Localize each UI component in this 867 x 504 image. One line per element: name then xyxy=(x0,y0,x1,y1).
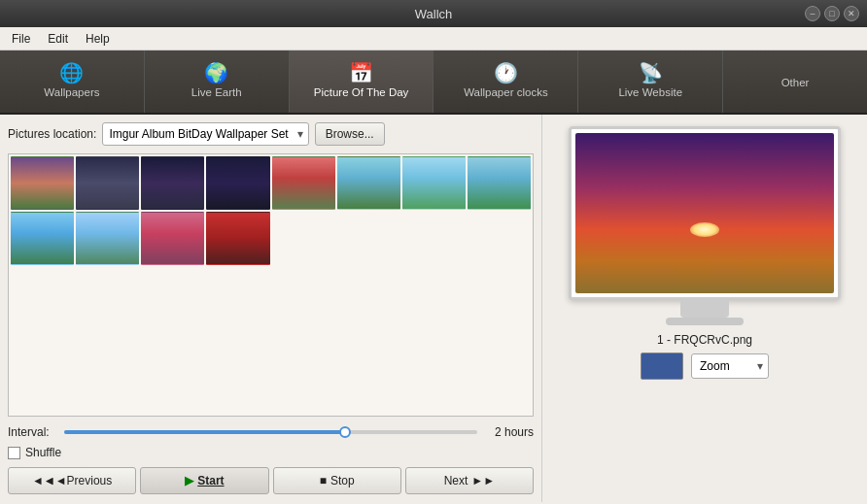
preview-controls: Zoom xyxy=(641,353,769,380)
tab-wallpaper-clocks[interactable]: 🕐 Wallpaper clocks xyxy=(434,50,578,113)
tab-wallpapers-label: Wallpapers xyxy=(44,86,99,100)
left-panel: Pictures location: Imgur Album BitDay Wa… xyxy=(0,115,542,502)
start-icon: ▶ xyxy=(185,474,193,487)
previous-button[interactable]: ◄◄ ◄◄Previous xyxy=(8,467,136,494)
menu-edit[interactable]: Edit xyxy=(40,30,76,48)
close-button[interactable]: ✕ xyxy=(844,6,859,21)
interval-slider[interactable] xyxy=(64,430,477,434)
tab-other-label: Other xyxy=(781,77,810,90)
thumbnail-9[interactable] xyxy=(11,212,74,265)
location-dropdown-value: Imgur Album BitDay Wallpaper Set xyxy=(109,127,288,141)
thumbnail-2[interactable] xyxy=(76,156,139,210)
menubar: File Edit Help xyxy=(0,27,867,50)
thumbnail-11[interactable] xyxy=(141,212,204,265)
titlebar-controls[interactable]: – □ ✕ xyxy=(805,6,859,21)
shuffle-checkbox[interactable] xyxy=(8,447,20,459)
monitor-base xyxy=(666,318,744,325)
shuffle-row: Shuffle xyxy=(8,446,534,459)
tab-picture-of-the-day[interactable]: 📅 Picture Of The Day xyxy=(290,50,434,113)
live-website-icon: 📡 xyxy=(639,63,663,83)
thumbnail-grid xyxy=(8,153,534,417)
thumbnail-8[interactable] xyxy=(468,156,531,210)
control-buttons: ◄◄ ◄◄Previous ▶ Start ■ Stop Next ►► xyxy=(8,467,534,494)
minimize-button[interactable]: – xyxy=(805,6,820,21)
menu-file[interactable]: File xyxy=(4,30,38,48)
main-content: Pictures location: Imgur Album BitDay Wa… xyxy=(0,115,867,502)
tab-wallpaper-clocks-label: Wallpaper clocks xyxy=(464,86,548,100)
monitor-stand xyxy=(680,300,729,318)
maximize-button[interactable]: □ xyxy=(824,6,840,21)
shuffle-label: Shuffle xyxy=(25,446,61,459)
location-dropdown[interactable]: Imgur Album BitDay Wallpaper Set xyxy=(102,122,308,146)
tabbar: 🌐 Wallpapers 🌍 Live Earth 📅 Picture Of T… xyxy=(0,50,867,115)
titlebar: Wallch – □ ✕ xyxy=(0,0,867,27)
thumbnail-10[interactable] xyxy=(76,212,139,265)
next-icon: ►► xyxy=(471,474,495,487)
tab-other[interactable]: Other xyxy=(723,50,867,113)
monitor-sun xyxy=(690,222,719,237)
tab-wallpapers[interactable]: 🌐 Wallpapers xyxy=(0,50,145,113)
thumbnail-4[interactable] xyxy=(206,156,269,210)
tab-live-earth-label: Live Earth xyxy=(191,86,242,100)
monitor-screen xyxy=(575,133,834,293)
thumbnail-12[interactable] xyxy=(206,212,269,265)
start-label: Start xyxy=(197,474,224,487)
thumbnail-6[interactable] xyxy=(337,156,400,210)
tab-picture-of-the-day-label: Picture Of The Day xyxy=(314,86,409,100)
start-button[interactable]: ▶ Start xyxy=(140,467,268,494)
window-title: Wallch xyxy=(415,7,453,21)
zoom-label: Zoom xyxy=(700,359,730,373)
tab-live-website[interactable]: 📡 Live Website xyxy=(578,50,723,113)
menu-help[interactable]: Help xyxy=(78,30,118,48)
previous-label: ◄◄Previous xyxy=(44,474,112,487)
pictures-location-label: Pictures location: xyxy=(8,127,96,141)
wallpapers-icon: 🌐 xyxy=(59,63,84,83)
color-swatch[interactable] xyxy=(641,353,683,380)
browse-button[interactable]: Browse... xyxy=(315,122,385,146)
right-panel: 1 - FRQCRvC.png Zoom xyxy=(542,115,867,502)
next-button[interactable]: Next ►► xyxy=(405,467,534,494)
interval-label: Interval: xyxy=(8,425,56,439)
monitor-frame xyxy=(569,126,841,300)
wallpaper-clocks-icon: 🕐 xyxy=(494,63,518,83)
tab-live-website-label: Live Website xyxy=(618,86,682,100)
interval-row: Interval: 2 hours xyxy=(8,422,534,442)
stop-label: Stop xyxy=(330,474,355,487)
thumbnail-7[interactable] xyxy=(402,156,466,210)
stop-button[interactable]: ■ Stop xyxy=(273,467,401,494)
preview-filename: 1 - FRQCRvC.png xyxy=(657,333,752,347)
tab-live-earth[interactable]: 🌍 Live Earth xyxy=(145,50,290,113)
thumbnail-5[interactable] xyxy=(272,156,335,210)
next-label: Next xyxy=(444,474,468,487)
pictures-location-row: Pictures location: Imgur Album BitDay Wa… xyxy=(8,122,534,146)
thumbnail-3[interactable] xyxy=(141,156,204,210)
interval-track xyxy=(64,430,345,434)
interval-value: 2 hours xyxy=(485,425,534,439)
interval-handle[interactable] xyxy=(339,426,351,438)
thumbnail-1[interactable] xyxy=(11,156,74,210)
picture-of-the-day-icon: 📅 xyxy=(349,63,373,83)
zoom-dropdown[interactable]: Zoom xyxy=(691,353,769,379)
live-earth-icon: 🌍 xyxy=(204,63,228,83)
stop-icon: ■ xyxy=(320,474,327,487)
